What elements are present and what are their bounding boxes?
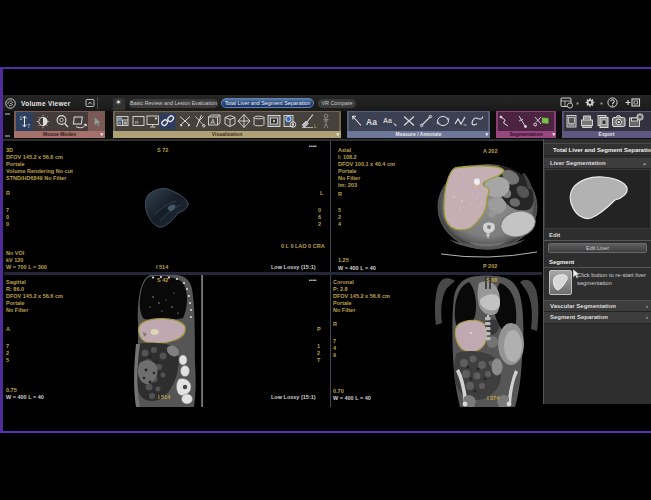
svg-text:Aa: Aa: [383, 117, 392, 124]
svg-text:L: L: [314, 124, 317, 129]
svg-text:7: 7: [28, 124, 31, 129]
svg-text:1: 1: [20, 116, 23, 121]
svg-text:n: n: [135, 119, 138, 125]
svg-text:Aa: Aa: [366, 117, 377, 127]
svg-text:A: A: [211, 118, 216, 125]
